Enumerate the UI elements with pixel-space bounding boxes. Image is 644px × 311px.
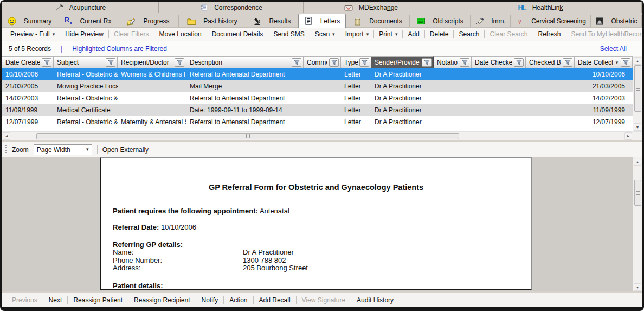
table-row[interactable]: 11/09/1999Medical CertificateDate: 1999-… xyxy=(2,104,633,116)
tab-acupuncture[interactable]: Acupuncture xyxy=(2,2,159,13)
add-button[interactable]: Add xyxy=(403,30,424,38)
cell-type: Letter xyxy=(341,80,371,92)
column-header-date-collected[interactable]: Date Collected▼ xyxy=(575,56,633,68)
reassign-patient-button[interactable]: Reassign Patient xyxy=(68,296,128,304)
horizontal-scroll-track[interactable] xyxy=(10,132,624,140)
filter-button-date-created[interactable] xyxy=(42,58,51,67)
cell-sender-provider: Dr A Practitioner xyxy=(371,92,434,104)
import-button[interactable]: Import▾ xyxy=(340,30,374,38)
action-button[interactable]: Action xyxy=(224,296,253,304)
column-header-date-checked[interactable]: Date Checked xyxy=(472,56,526,68)
scroll-up-icon[interactable]: ▲ xyxy=(634,158,641,166)
column-header-recipient-doctor[interactable]: Recipient/Doctor xyxy=(118,56,186,68)
scroll-up-icon[interactable]: ▲ xyxy=(634,57,641,65)
tab-progress[interactable]: Progress xyxy=(118,15,179,27)
column-header-sender-provider[interactable]: Sender/Provider xyxy=(371,56,434,68)
preview-full-button[interactable]: Preview - Full▾ xyxy=(5,30,60,38)
column-header-description[interactable]: Description xyxy=(186,56,304,68)
patient-details-fields: Name:Mrs Jennifer Andrews xyxy=(113,290,519,291)
notify-button[interactable]: Notify xyxy=(196,296,224,304)
tab-letters[interactable]: Letters xyxy=(298,14,346,28)
cell-date-collected: 14/02/2003 xyxy=(575,92,633,104)
scroll-left-icon[interactable]: ◄ xyxy=(3,132,10,140)
tab-healthlink[interactable]: HLHealthLink xyxy=(439,2,642,13)
select-all-link[interactable]: Select All xyxy=(600,45,627,53)
column-header-notation[interactable]: Notation xyxy=(434,56,472,68)
table-body: 10/10/2006Referral - Obstetric & GynaeWo… xyxy=(2,68,633,131)
table-row[interactable]: 21/03/2005Moving Practice LocationMail M… xyxy=(2,80,633,92)
scroll-down-icon[interactable]: ▼ xyxy=(634,123,641,131)
cell-checked-by xyxy=(526,68,575,80)
tab-correspondence[interactable]: Correspondence xyxy=(159,2,304,13)
audit-history-button[interactable]: Audit History xyxy=(351,296,399,304)
reassign-recipient-button[interactable]: Reassign Recipient xyxy=(128,296,195,304)
tab-obstetric[interactable]: Obstetric xyxy=(591,15,642,27)
filter-button-recipient-doctor[interactable] xyxy=(175,58,184,67)
column-header-label: Recipient/Doctor xyxy=(121,59,173,66)
column-header-comment[interactable]: Comment xyxy=(304,56,341,68)
tab-label: Acupuncture xyxy=(69,4,106,11)
filter-button-checked-by[interactable] xyxy=(563,58,572,67)
column-header-subject[interactable]: Subject xyxy=(54,56,118,68)
column-header-checked-by[interactable]: Checked By xyxy=(526,56,575,68)
referral-date-value: 10/10/2006 xyxy=(161,223,196,231)
cell-sender-provider: Dr A Practitioner xyxy=(371,104,434,116)
tab-cervical-screening[interactable]: ♀Cervical Screening xyxy=(511,15,591,27)
tab-current-rx[interactable]: RxCurrent Rx xyxy=(57,15,118,27)
previous-button: Previous xyxy=(7,296,43,304)
tab-old-scripts[interactable]: Old scripts xyxy=(410,15,471,27)
move-location-button[interactable]: Move Location xyxy=(154,30,207,38)
table-row[interactable]: 12/07/1999Referral - Obstetric & GynaeMa… xyxy=(2,116,633,128)
tab-past-history[interactable]: Past history xyxy=(179,15,246,27)
cell-type: Letter xyxy=(341,68,371,80)
scroll-right-icon[interactable]: ► xyxy=(624,132,632,140)
delete-button[interactable]: Delete xyxy=(425,30,454,38)
filter-button-subject[interactable] xyxy=(106,58,115,67)
search-button[interactable]: Search xyxy=(454,30,484,38)
table-vertical-scrollbar[interactable]: ▲ ▼ xyxy=(633,56,642,131)
send-sms-button[interactable]: Send SMS xyxy=(268,30,309,38)
preview-scroll-thumb[interactable] xyxy=(634,180,641,206)
scroll-down-icon[interactable]: ▼ xyxy=(634,283,641,291)
scan-button[interactable]: Scan▾ xyxy=(310,30,340,38)
open-externally-button[interactable]: Open Externally xyxy=(102,146,149,154)
column-header-date-created[interactable]: Date Created xyxy=(2,56,54,68)
column-header-type[interactable]: Type xyxy=(341,56,371,68)
preview-vertical-scrollbar[interactable]: ▲ ▼ xyxy=(633,157,642,291)
filter-button-comment[interactable] xyxy=(329,58,339,67)
filter-button-date-collected[interactable] xyxy=(621,58,630,67)
refresh-button[interactable]: Refresh xyxy=(533,30,566,38)
zoom-level-select[interactable]: Page Width ▼ xyxy=(34,144,92,155)
vertical-scroll-thumb[interactable] xyxy=(634,65,641,112)
add-recall-button[interactable]: Add Recall xyxy=(254,296,296,304)
tab-label: Past history xyxy=(203,17,237,25)
table-row[interactable]: 10/10/2006Referral - Obstetric & GynaeWo… xyxy=(2,68,633,80)
tab-results[interactable]: Results xyxy=(246,15,298,27)
tab-documents[interactable]: Documents xyxy=(346,15,410,27)
tab-summary[interactable]: Summary xyxy=(2,15,57,27)
print-button[interactable]: Print▾ xyxy=(374,30,402,38)
table-row[interactable]: 14/02/2003Referral - Obstetric & GynaeRe… xyxy=(2,92,633,104)
tab-mdexchange[interactable]: MDExchange xyxy=(304,2,439,13)
next-button[interactable]: Next xyxy=(43,296,68,304)
table-horizontal-scrollbar[interactable]: ◄ ► xyxy=(2,132,633,140)
cell-recipient-doctor: Maternity & Antenatal Services xyxy=(118,116,186,128)
toolbar-grip[interactable] xyxy=(5,145,7,154)
cell-comment xyxy=(304,92,341,104)
filter-button-notation[interactable] xyxy=(460,58,469,67)
cell-notation xyxy=(434,80,472,92)
document-details-button[interactable]: Document Details xyxy=(207,30,268,38)
filter-button-description[interactable] xyxy=(292,58,301,67)
horizontal-scroll-thumb[interactable] xyxy=(36,133,459,139)
field-value: 1300 788 802 xyxy=(243,257,286,265)
chevron-down-icon[interactable]: ▼ xyxy=(83,145,92,155)
cell-description: Date: 1999-09-11 to 1999-09-14 xyxy=(186,104,304,116)
hide-preview-button[interactable]: Hide Preview xyxy=(60,30,108,38)
filter-button-sender-provider[interactable] xyxy=(422,58,432,67)
window-content: AcupunctureCorrespondenceMDExchangeHLHea… xyxy=(2,2,642,307)
field-label: Phone Number: xyxy=(113,257,243,265)
cell-date-checked xyxy=(472,116,526,128)
filter-button-date-checked[interactable] xyxy=(514,58,524,67)
filter-button-type[interactable] xyxy=(359,58,369,67)
tab-imm[interactable]: Imm. xyxy=(471,15,511,27)
